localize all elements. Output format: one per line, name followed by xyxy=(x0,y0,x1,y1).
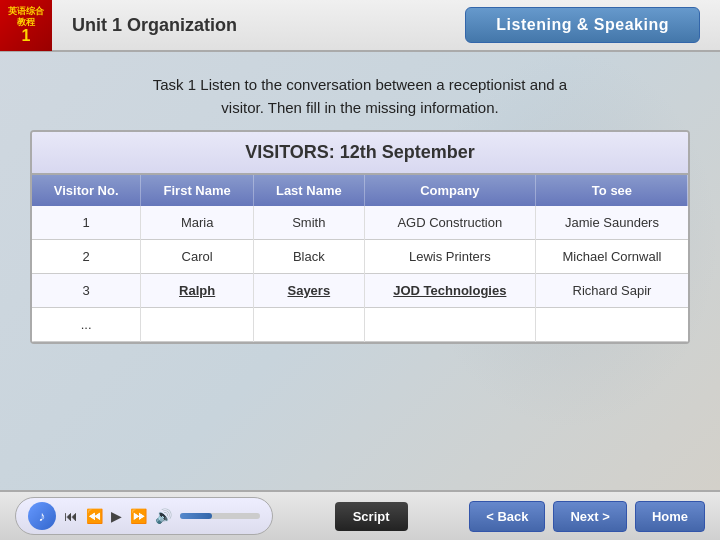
volume-button[interactable]: 🔊 xyxy=(153,506,174,526)
audio-progress-fill xyxy=(180,513,212,519)
next-track-button[interactable]: ⏩ xyxy=(128,506,149,526)
cell-first-name xyxy=(141,308,254,342)
visitors-table: Visitor No. First Name Last Name Company… xyxy=(32,175,688,342)
col-visitor-no: Visitor No. xyxy=(32,175,141,206)
unit-title: Unit 1 Organization xyxy=(52,15,465,36)
cell-to-see xyxy=(535,308,688,342)
col-last-name: Last Name xyxy=(253,175,364,206)
top-bar: 英语综合 教程 1 Unit 1 Organization Listening … xyxy=(0,0,720,52)
cell-to-see: Richard Sapir xyxy=(535,274,688,308)
unit-badge: 英语综合 教程 1 xyxy=(0,0,52,51)
cell-company: JOD Technologies xyxy=(364,274,535,308)
table-row: 3 Ralph Sayers JOD Technologies Richard … xyxy=(32,274,688,308)
script-button[interactable]: Script xyxy=(335,502,408,531)
task-description: Task 1 Listen to the conversation betwee… xyxy=(0,60,720,133)
prev-button[interactable]: ⏪ xyxy=(84,506,105,526)
col-first-name: First Name xyxy=(141,175,254,206)
cell-visitor-no: 3 xyxy=(32,274,141,308)
cell-last-name: Sayers xyxy=(253,274,364,308)
task-line2: visitor. Then fill in the missing inform… xyxy=(221,99,498,116)
cell-first-name: Ralph xyxy=(141,274,254,308)
audio-player: ♪ ⏮ ⏪ ▶ ⏩ 🔊 xyxy=(15,497,273,535)
table-row: 1 Maria Smith AGD Construction Jamie Sau… xyxy=(32,206,688,240)
table-header-row: Visitor No. First Name Last Name Company… xyxy=(32,175,688,206)
badge-line1: 英语综合 xyxy=(8,6,44,17)
task-line1: Task 1 Listen to the conversation betwee… xyxy=(153,76,567,93)
cell-first-name-underlined: Ralph xyxy=(179,283,215,298)
speaker-icon: ♪ xyxy=(39,508,46,524)
audio-icon: ♪ xyxy=(28,502,56,530)
col-company: Company xyxy=(364,175,535,206)
cell-last-name: Smith xyxy=(253,206,364,240)
audio-controls[interactable]: ⏮ ⏪ ▶ ⏩ 🔊 xyxy=(62,506,174,526)
bottom-bar: ♪ ⏮ ⏪ ▶ ⏩ 🔊 Script < Back Next > Home xyxy=(0,490,720,540)
cell-company-underlined: JOD Technologies xyxy=(393,283,506,298)
next-button[interactable]: Next > xyxy=(553,501,626,532)
cell-company xyxy=(364,308,535,342)
audio-progress-bar[interactable] xyxy=(180,513,260,519)
cell-visitor-no: 1 xyxy=(32,206,141,240)
rewind-button[interactable]: ⏮ xyxy=(62,506,80,526)
badge-num: 1 xyxy=(22,28,31,44)
listening-badge: Listening & Speaking xyxy=(465,7,700,43)
cell-to-see: Michael Cornwall xyxy=(535,240,688,274)
col-to-see: To see xyxy=(535,175,688,206)
play-button[interactable]: ▶ xyxy=(109,506,124,526)
visitors-table-container: VISITORS: 12th September Visitor No. Fir… xyxy=(30,130,690,344)
cell-visitor-no: 2 xyxy=(32,240,141,274)
table-row: ... xyxy=(32,308,688,342)
cell-first-name: Maria xyxy=(141,206,254,240)
cell-last-name-underlined: Sayers xyxy=(287,283,330,298)
cell-company: AGD Construction xyxy=(364,206,535,240)
table-title: VISITORS: 12th September xyxy=(32,132,688,175)
cell-visitor-no: ... xyxy=(32,308,141,342)
cell-first-name: Carol xyxy=(141,240,254,274)
cell-to-see: Jamie Saunders xyxy=(535,206,688,240)
home-button[interactable]: Home xyxy=(635,501,705,532)
back-button[interactable]: < Back xyxy=(469,501,545,532)
cell-last-name: Black xyxy=(253,240,364,274)
table-row: 2 Carol Black Lewis Printers Michael Cor… xyxy=(32,240,688,274)
nav-buttons: < Back Next > Home xyxy=(469,501,705,532)
cell-company: Lewis Printers xyxy=(364,240,535,274)
cell-last-name xyxy=(253,308,364,342)
